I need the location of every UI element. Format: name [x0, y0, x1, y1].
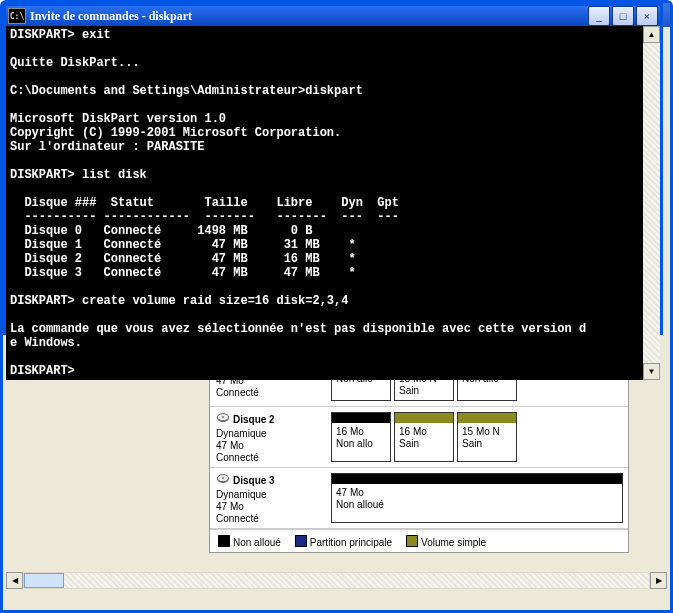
scroll-thumb[interactable] — [24, 573, 64, 588]
cmd-titlebar[interactable]: C:\ Invite de commandes - diskpart _ □ × — [6, 6, 660, 26]
scroll-right-button[interactable]: ▶ — [650, 572, 667, 589]
cmd-v-scrollbar[interactable]: ▲ ▼ — [643, 26, 660, 380]
partition[interactable]: 15 Mo NSain — [457, 412, 517, 462]
partition-color-bar — [458, 413, 516, 423]
legend-swatch — [295, 535, 307, 547]
disk-row[interactable]: Disque 2Dynamique47 MoConnecté16 MoNon a… — [210, 407, 628, 468]
legend-swatch — [218, 535, 230, 547]
partition-status: Non alloué — [336, 499, 618, 511]
partition-size: 16 Mo — [336, 426, 386, 438]
partition-size: 16 Mo — [399, 426, 449, 438]
partition-status: Sain — [399, 438, 449, 450]
partition-size: 47 Mo — [336, 487, 618, 499]
partition-color-bar — [332, 413, 390, 423]
disk-size: 47 Mo — [216, 440, 320, 451]
h-scrollbar[interactable]: ◀ ▶ — [6, 572, 667, 589]
partition-status: Sain — [462, 438, 512, 450]
scroll-left-button[interactable]: ◀ — [6, 572, 23, 589]
partition-status: Non allo — [336, 438, 386, 450]
partition-status: Sain — [399, 385, 449, 397]
disk-partitions: 47 MoNon alloué — [326, 468, 628, 528]
disk-status: Connecté — [216, 387, 320, 398]
disk-icon — [216, 411, 230, 427]
close-button[interactable]: × — [636, 6, 658, 26]
disk-icon — [216, 472, 230, 488]
disk-title: Disque 3 — [233, 475, 275, 486]
scroll-down-button[interactable]: ▼ — [643, 363, 660, 380]
partition-size: 15 Mo N — [462, 426, 512, 438]
disk-status: Connecté — [216, 513, 320, 524]
partition-color-bar — [332, 474, 622, 484]
partition[interactable]: 16 MoSain — [394, 412, 454, 462]
partition[interactable]: 16 MoNon allo — [331, 412, 391, 462]
svg-point-10 — [222, 416, 224, 418]
legend-item: Non alloué — [218, 534, 281, 548]
disk-type: Dynamique — [216, 489, 320, 500]
cmd-title-text: Invite de commandes - diskpart — [30, 9, 192, 24]
maximize-button[interactable]: □ — [612, 6, 634, 26]
disk-type: Dynamique — [216, 428, 320, 439]
disk-partitions: 16 MoNon allo16 MoSain15 Mo NSain — [326, 407, 628, 467]
legend-item: Volume simple — [406, 534, 486, 548]
disk-info: Disque 3Dynamique47 MoConnecté — [210, 468, 326, 528]
scroll-track[interactable] — [23, 572, 650, 589]
partition[interactable]: 47 MoNon alloué — [331, 473, 623, 523]
scroll-track[interactable] — [643, 43, 660, 363]
scroll-up-button[interactable]: ▲ — [643, 26, 660, 43]
disk-title: Disque 2 — [233, 414, 275, 425]
disk-size: 47 Mo — [216, 501, 320, 512]
disk-info: Disque 2Dynamique47 MoConnecté — [210, 407, 326, 467]
disk-status: Connecté — [216, 452, 320, 463]
legend: Non allouéPartition principaleVolume sim… — [210, 529, 628, 552]
legend-swatch — [406, 535, 418, 547]
cmd-icon: C:\ — [8, 8, 26, 24]
cmd-output[interactable]: DISKPART> exit Quitte DiskPart... C:\Doc… — [6, 26, 643, 380]
svg-point-13 — [222, 477, 224, 479]
legend-item: Partition principale — [295, 534, 392, 548]
minimize-button[interactable]: _ — [588, 6, 610, 26]
partition-color-bar — [395, 413, 453, 423]
cmd-window: C:\ Invite de commandes - diskpart _ □ ×… — [3, 3, 663, 335]
disk-row[interactable]: Disque 3Dynamique47 MoConnecté47 MoNon a… — [210, 468, 628, 529]
